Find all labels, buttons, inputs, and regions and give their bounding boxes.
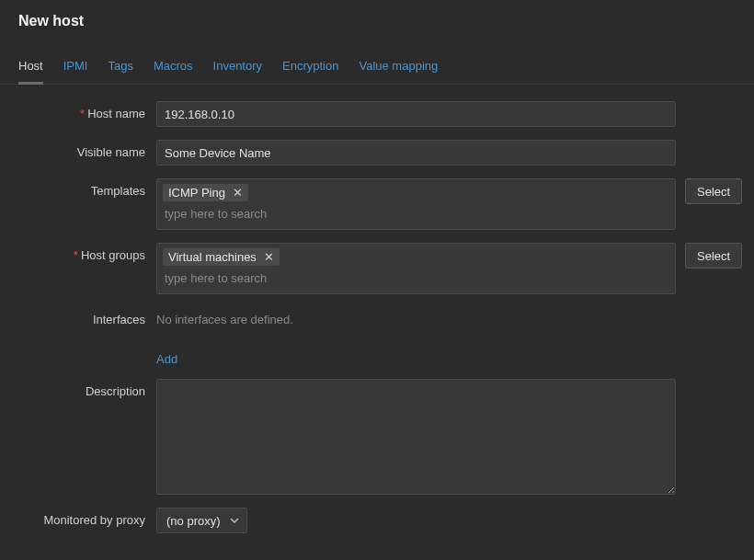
tab-host[interactable]: Host <box>18 59 43 85</box>
monitoredby-value: (no proxy) <box>166 514 221 528</box>
row-hostgroups: *Host groups Virtual machines ✕ Select <box>18 243 736 294</box>
tab-inventory[interactable]: Inventory <box>213 59 262 84</box>
row-description: Description <box>18 379 736 495</box>
label-monitoredby: Monitored by proxy <box>18 508 156 527</box>
label-hostgroups-text: Host groups <box>81 248 145 262</box>
description-textarea[interactable] <box>156 379 676 495</box>
host-form: *Host name Visible name Templates ICMP P… <box>0 85 754 550</box>
label-interfaces: Interfaces <box>18 307 156 326</box>
tabs: Host IPMI Tags Macros Inventory Encrypti… <box>0 35 754 85</box>
tab-tags[interactable]: Tags <box>108 59 132 84</box>
row-interfaces: Interfaces No interfaces are defined. Ad… <box>18 307 736 366</box>
tab-macros[interactable]: Macros <box>154 59 193 84</box>
template-tag-label: ICMP Ping <box>168 186 225 200</box>
template-tag-icmp-ping[interactable]: ICMP Ping ✕ <box>163 184 248 201</box>
templates-tagbox[interactable]: ICMP Ping ✕ <box>156 178 676 230</box>
label-visiblename: Visible name <box>18 140 156 159</box>
row-templates: Templates ICMP Ping ✕ Select <box>18 178 736 230</box>
hostname-input[interactable] <box>156 101 676 127</box>
tab-value-mapping[interactable]: Value mapping <box>359 59 438 84</box>
visiblename-input[interactable] <box>156 140 676 166</box>
label-hostname: *Host name <box>18 101 156 120</box>
hostgroup-tag-virtual-machines[interactable]: Virtual machines ✕ <box>163 248 280 266</box>
label-templates: Templates <box>18 178 156 198</box>
row-hostname: *Host name <box>18 101 736 127</box>
hostgroups-select-button[interactable]: Select <box>685 243 742 269</box>
templates-search-input[interactable] <box>163 205 347 223</box>
label-description: Description <box>18 379 156 398</box>
remove-tag-icon[interactable]: ✕ <box>233 186 243 200</box>
hostgroups-tagbox[interactable]: Virtual machines ✕ <box>156 243 676 294</box>
remove-tag-icon[interactable]: ✕ <box>264 250 274 264</box>
interfaces-empty-text: No interfaces are defined. <box>156 307 293 326</box>
chevron-down-icon <box>230 518 239 523</box>
hostgroup-tag-label: Virtual machines <box>168 250 257 264</box>
row-visiblename: Visible name <box>18 140 736 166</box>
label-hostname-text: Host name <box>87 107 145 120</box>
label-hostgroups: *Host groups <box>18 243 156 262</box>
interfaces-add-link[interactable]: Add <box>156 352 177 366</box>
templates-select-button[interactable]: Select <box>685 178 742 204</box>
row-monitoredby: Monitored by proxy (no proxy) <box>18 508 736 533</box>
hostgroups-search-input[interactable] <box>163 269 347 287</box>
new-host-modal: New host Host IPMI Tags Macros Inventory… <box>0 0 754 560</box>
monitoredby-select[interactable]: (no proxy) <box>156 508 247 533</box>
modal-title: New host <box>0 0 754 35</box>
tab-ipmi[interactable]: IPMI <box>63 59 88 84</box>
tab-encryption[interactable]: Encryption <box>282 59 338 84</box>
